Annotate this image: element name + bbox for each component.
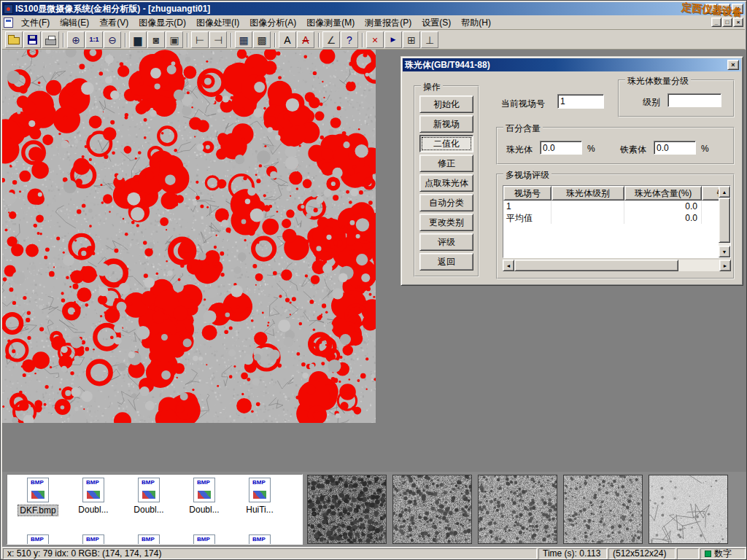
image-preview-button[interactable]: ▆ [129,31,147,48]
bmp-format-label: BMP [252,480,266,486]
zoom-out-button[interactable]: ⊖ [104,31,121,48]
op-button-6[interactable]: 更改类别 [419,214,473,231]
file-item[interactable]: BMP [177,534,232,545]
scale-bar-button[interactable]: ⊥ [421,31,438,48]
mode-status: 数字 [700,548,746,559]
table-header-0[interactable]: 视场号 [503,186,551,201]
table-header-2[interactable]: 珠光体含量(%) [624,186,702,201]
ferrite-percent-input[interactable] [654,141,696,155]
thumbnail-image[interactable] [307,475,387,544]
menu-item-9[interactable]: 帮助(H) [456,15,496,30]
file-item[interactable]: BMPHuiTi... [232,478,287,516]
menu-item-2[interactable]: 查看(V) [94,15,133,30]
zoom-in-button[interactable]: ⊕ [67,31,85,48]
menu-item-5[interactable]: 图像分析(A) [244,15,301,30]
print-button[interactable] [42,31,59,48]
op-button-5[interactable]: 自动分类 [419,194,473,211]
table-body[interactable]: 10.0平均值0.0 [503,201,719,257]
thumbnail-image[interactable] [563,475,643,544]
horizontal-scroll-track[interactable] [514,260,719,271]
op-button-3[interactable]: 修正 [419,155,473,172]
angle-measure-button[interactable]: ∠ [322,31,340,48]
text-delete-button[interactable]: A [297,31,314,48]
toolbar-separator [63,33,64,47]
bmp-format-label: BMP [142,480,155,486]
current-field-label: 当前视场号 [501,98,545,110]
caliper-horizontal-button[interactable]: ⊢ [191,31,209,48]
metallographic-image[interactable] [2,50,376,423]
text-annotation-button[interactable]: A [279,31,296,48]
open-file-button[interactable] [5,31,23,48]
file-item[interactable]: BMPDoubl... [177,478,232,516]
table-cell [551,212,624,224]
scroll-up-button[interactable]: ▲ [719,186,730,198]
file-name: Doubl... [132,505,165,515]
arrow-up-icon: ▲ [722,190,727,195]
table-header-3[interactable]: 铁素体含量(%) [702,186,719,201]
ferrite-label: 铁素体 [620,144,646,156]
current-field-input[interactable] [557,94,604,109]
phase-pattern-button[interactable]: ▩ [253,31,271,48]
angle-measure-icon: ∠ [327,35,336,45]
level-input[interactable] [667,93,721,107]
mdi-minimize-button[interactable]: _ [711,18,721,27]
menu-item-1[interactable]: 编辑(E) [55,15,94,30]
bmp-file-icon: BMP [27,534,49,545]
file-item[interactable]: BMPDoubl... [66,478,121,516]
thumbnail-image[interactable] [478,475,557,544]
op-button-7[interactable]: 评级 [419,233,473,251]
op-button-4[interactable]: 点取珠光体 [419,174,473,192]
vertical-scrollbar[interactable]: ▲ ▼ [719,186,730,257]
file-item[interactable]: BMP [66,534,121,545]
actual-size-icon: 1:1 [89,36,98,43]
count-frame-button[interactable]: ▦ [235,31,252,48]
pearlite-percent-input[interactable] [540,141,582,155]
pointer-select-button[interactable]: ▶ [384,31,402,48]
camera-capture-button[interactable]: ◙ [147,31,165,48]
document-icon [4,18,13,28]
scroll-left-button[interactable]: ◄ [503,260,514,271]
table-header-1[interactable]: 珠光体级别 [551,186,624,201]
table-cell: 0.0 [624,201,702,212]
bmp-format-label: BMP [252,537,266,542]
delete-measure-button[interactable]: × [366,31,384,48]
grid-overlay-button[interactable]: ⊞ [403,31,420,48]
scroll-down-button[interactable]: ▼ [719,246,730,257]
mdi-restore-button[interactable]: □ [722,18,732,27]
file-item[interactable]: BMPDoubl... [121,478,177,516]
thumbnail-image[interactable] [649,475,728,544]
dialog-title-bar[interactable]: 珠光体(GB/T9441-88) × [403,58,741,71]
bmp-file-icon: BMP [138,478,160,502]
menu-item-7[interactable]: 测量报告(P) [360,15,417,30]
menu-item-6[interactable]: 图像测量(M) [301,15,360,30]
table-row[interactable]: 10.0 [503,201,719,212]
scroll-right-button[interactable]: ► [719,260,731,271]
file-item[interactable]: BMP [10,534,66,545]
menu-item-0[interactable]: 文件(F) [16,15,55,30]
op-button-1[interactable]: 新视场 [419,115,473,133]
save-button[interactable] [23,31,41,48]
vertical-scroll-thumb[interactable] [719,198,730,243]
menu-item-3[interactable]: 图像显示(D) [133,15,191,30]
horizontal-scroll-thumb[interactable] [514,260,678,271]
actual-size-button[interactable]: 1:1 [85,31,103,48]
grading-group: 珠光体数量分级 级别 [618,79,735,117]
title-bar[interactable]: IS100显微摄像系统(金相分析版) - [zhuguangti01] _ □ … [2,2,745,15]
grid-overlay-icon: ⊞ [407,35,416,45]
file-item[interactable]: BMP [232,534,287,545]
file-item[interactable]: BMPDKF.bmp [10,478,66,516]
toolbar-separator [318,33,320,47]
dialog-close-button[interactable]: × [727,60,739,70]
op-button-2[interactable]: 二值化 [419,135,473,152]
op-button-8[interactable]: 返回 [419,253,473,271]
menu-item-8[interactable]: 设置(S) [417,15,456,30]
caliper-vertical-button[interactable]: ⊣ [209,31,227,48]
table-row[interactable]: 平均值0.0 [503,212,719,224]
horizontal-scrollbar[interactable]: ◄ ► [503,260,731,271]
thumbnail-image[interactable] [392,475,472,544]
video-capture-button[interactable]: ▣ [166,31,183,48]
file-item[interactable]: BMP [121,534,177,545]
menu-item-4[interactable]: 图像处理(I) [191,15,244,30]
op-button-0[interactable]: 初始化 [419,96,473,113]
help-button[interactable]: ? [341,31,358,48]
